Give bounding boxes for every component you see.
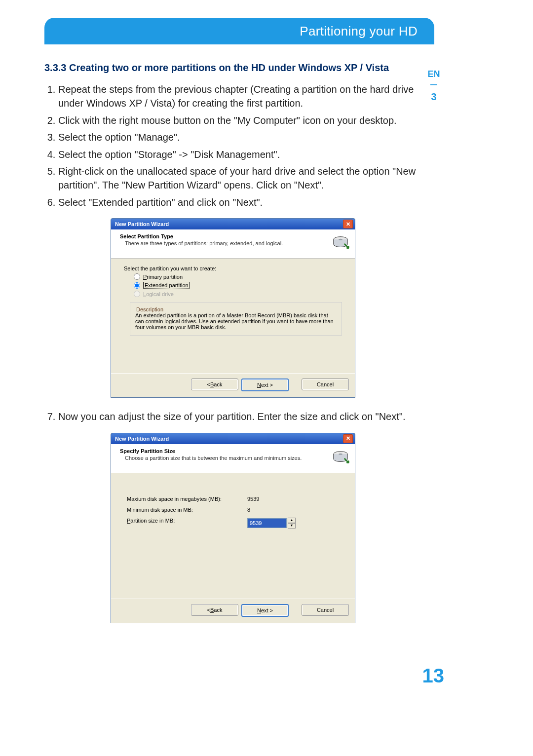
- wizard1-titlebar[interactable]: New Partition Wizard ✕: [111, 219, 355, 229]
- wizard2-header: Specify Partition Size Choose a partitio…: [111, 444, 355, 473]
- thumb-chapter: 3: [423, 91, 444, 103]
- back-button[interactable]: < Back: [191, 378, 238, 390]
- wizard2-header-title: Specify Partition Size: [120, 448, 326, 454]
- cancel-button[interactable]: Cancel: [302, 378, 349, 390]
- thumb-lang: EN: [423, 69, 444, 79]
- wizard2-titlebar[interactable]: New Partition Wizard ✕: [111, 433, 355, 444]
- section-heading: 3.3.3 Creating two or more partitions on…: [44, 62, 421, 74]
- wizard-select-partition-type: New Partition Wizard ✕ Select Partition …: [111, 218, 355, 398]
- wizard1-body-lead: Select the partition you want to create:: [124, 265, 342, 271]
- radio-logical-drive: Logical drive: [134, 291, 342, 297]
- wizard2-header-sub: Choose a partition size that is between …: [120, 455, 326, 461]
- max-space-value: 9539: [247, 496, 259, 502]
- step-7: Now you can adjust the size of your part…: [58, 410, 421, 423]
- section-title: Partitioning your HD: [300, 24, 418, 39]
- partition-size-input[interactable]: [247, 518, 287, 528]
- step-2: Click with the right mouse button on the…: [58, 113, 421, 127]
- min-space-label: Minimum disk space in MB:: [127, 507, 240, 513]
- radio-logical-input: [134, 291, 140, 297]
- steps-list: Repeat the steps from the previous chapt…: [58, 82, 421, 209]
- partition-size-spinner[interactable]: ▲ ▼: [247, 518, 296, 529]
- spin-down-icon[interactable]: ▼: [288, 523, 296, 529]
- wizard1-header-sub: There are three types of partitions: pri…: [120, 240, 326, 246]
- spin-up-icon[interactable]: ▲: [288, 518, 296, 523]
- wizard1-header: Select Partition Type There are three ty…: [111, 229, 355, 259]
- page-number: 13: [422, 665, 445, 687]
- thumb-tab: EN — 3: [423, 69, 444, 103]
- step-3: Select the option "Manage".: [58, 130, 421, 144]
- wizard1-title: New Partition Wizard: [115, 221, 343, 227]
- svg-point-1: [339, 239, 343, 240]
- disk-icon: [331, 233, 350, 252]
- next-button[interactable]: Next >: [241, 378, 289, 391]
- radio-extended-partition[interactable]: Extended partition: [134, 282, 342, 289]
- section-banner: Partitioning your HD: [44, 18, 434, 44]
- close-icon[interactable]: ✕: [343, 220, 353, 228]
- cancel-button[interactable]: Cancel: [302, 604, 349, 616]
- partition-size-label: Partition size in MB:: [127, 518, 240, 529]
- thumb-divider: —: [423, 80, 444, 88]
- wizard-specify-partition-size: New Partition Wizard ✕ Specify Partition…: [111, 433, 355, 623]
- step-4: Select the option "Storage" -> "Disk Man…: [58, 148, 421, 161]
- description-fieldset: Description An extended partition is a p…: [130, 302, 342, 336]
- wizard2-title: New Partition Wizard: [115, 436, 343, 442]
- radio-primary-partition[interactable]: Primary partition: [134, 273, 342, 280]
- max-space-label: Maxium disk space in megabytes (MB):: [127, 496, 240, 502]
- disk-icon: [331, 448, 350, 467]
- description-legend: Description: [135, 306, 164, 312]
- step-6: Select "Extended partition" and click on…: [58, 195, 421, 209]
- wizard1-header-title: Select Partition Type: [120, 233, 326, 239]
- step-1: Repeat the steps from the previous chapt…: [58, 82, 421, 111]
- next-button[interactable]: Next >: [241, 604, 289, 617]
- min-space-value: 8: [247, 507, 250, 513]
- back-button[interactable]: < Back: [191, 604, 238, 616]
- svg-point-3: [339, 453, 343, 454]
- step-5: Right-click on the unallocated space of …: [58, 164, 421, 192]
- description-text: An extended partition is a portion of a …: [135, 312, 337, 330]
- steps-list-cont: Now you can adjust the size of your part…: [58, 410, 421, 423]
- radio-extended-input[interactable]: [134, 282, 140, 289]
- radio-primary-input[interactable]: [134, 273, 140, 280]
- close-icon[interactable]: ✕: [343, 434, 353, 443]
